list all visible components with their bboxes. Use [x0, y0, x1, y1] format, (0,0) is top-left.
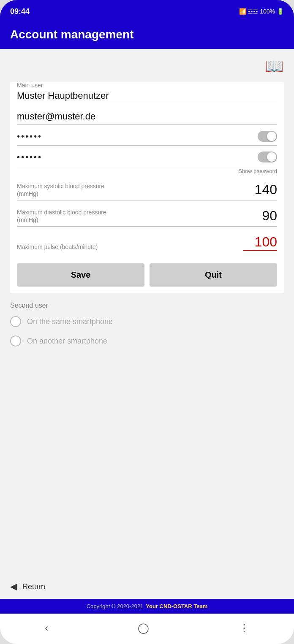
- main-content: 📖 Main user Muster Hauptbenutzer muster@…: [0, 49, 294, 574]
- nav-bar: ‹ ◯ ⋮: [0, 614, 294, 644]
- another-smartphone-radio[interactable]: [10, 336, 21, 346]
- max-pulse-label: Maximum pulse (beats/minute): [17, 243, 98, 251]
- return-bar[interactable]: ◀ Return: [0, 574, 294, 599]
- max-pulse-row: Maximum pulse (beats/minute) 100: [17, 234, 277, 253]
- copyright-team: Your CND-OSTAR Team: [146, 603, 207, 609]
- email-field[interactable]: muster@muster.de: [17, 111, 277, 125]
- max-systolic-label: Maximum systolic blood pressure (mmHg): [17, 182, 127, 198]
- battery-icon: 🔋: [277, 8, 284, 15]
- show-password2-toggle[interactable]: [258, 152, 277, 162]
- max-diastolic-row: Maximum diastolic blood pressure (mmHg) …: [17, 208, 277, 227]
- second-user-section: Second user On the same smartphone On an…: [10, 302, 284, 346]
- quit-button[interactable]: Quit: [150, 263, 277, 287]
- password2-row: ••••••: [17, 146, 277, 166]
- phone-container: 09:44 📶 ☲☲ 100% 🔋 Account management 📖 M…: [0, 0, 294, 644]
- password2-field[interactable]: ••••••: [17, 152, 42, 162]
- return-label: Return: [22, 582, 45, 591]
- status-time: 09:44: [10, 7, 30, 16]
- copyright-text: Copyright © 2020-2021: [87, 603, 144, 609]
- max-systolic-row: Maximum systolic blood pressure (mmHg) 1…: [17, 182, 277, 200]
- max-systolic-value[interactable]: 140: [243, 182, 277, 198]
- password1-field[interactable]: ••••••: [17, 132, 42, 141]
- same-smartphone-label: On the same smartphone: [27, 317, 113, 326]
- battery-text: 100%: [260, 8, 275, 15]
- show-password1-toggle[interactable]: [258, 131, 277, 142]
- max-diastolic-value[interactable]: 90: [243, 208, 277, 224]
- book-icon-container: 📖: [10, 57, 284, 75]
- second-user-label: Second user: [10, 302, 284, 309]
- copyright-bar: Copyright © 2020-2021 Your CND-OSTAR Tea…: [0, 599, 294, 614]
- same-smartphone-radio[interactable]: [10, 316, 21, 327]
- app-header: Account management: [0, 22, 294, 49]
- main-user-label: Main user: [17, 82, 277, 89]
- return-arrow-icon: ◀: [10, 581, 17, 592]
- main-user-form: Main user Muster Hauptbenutzer muster@mu…: [10, 82, 284, 293]
- status-icons: 📶 ☲☲ 100% 🔋: [239, 8, 284, 15]
- name-field[interactable]: Muster Hauptbenutzer: [17, 90, 277, 104]
- action-buttons: Save Quit: [17, 263, 277, 287]
- password1-row: ••••••: [17, 125, 277, 146]
- another-smartphone-label: On another smartphone: [27, 337, 107, 346]
- book-icon[interactable]: 📖: [265, 57, 284, 75]
- another-smartphone-row[interactable]: On another smartphone: [10, 336, 284, 346]
- page-title: Account management: [10, 28, 284, 41]
- show-password-label: Show password: [17, 168, 277, 174]
- home-nav-icon[interactable]: ◯: [138, 622, 149, 634]
- max-diastolic-label: Maximum diastolic blood pressure (mmHg): [17, 208, 127, 224]
- back-nav-icon[interactable]: ‹: [45, 622, 48, 634]
- recents-nav-icon[interactable]: ⋮: [239, 622, 249, 634]
- wifi-icon: 📶: [239, 8, 246, 15]
- signal-icon: ☲☲: [248, 8, 258, 15]
- same-smartphone-row[interactable]: On the same smartphone: [10, 316, 284, 327]
- max-pulse-value[interactable]: 100: [243, 234, 277, 251]
- status-bar: 09:44 📶 ☲☲ 100% 🔋: [0, 0, 294, 22]
- save-button[interactable]: Save: [17, 263, 144, 287]
